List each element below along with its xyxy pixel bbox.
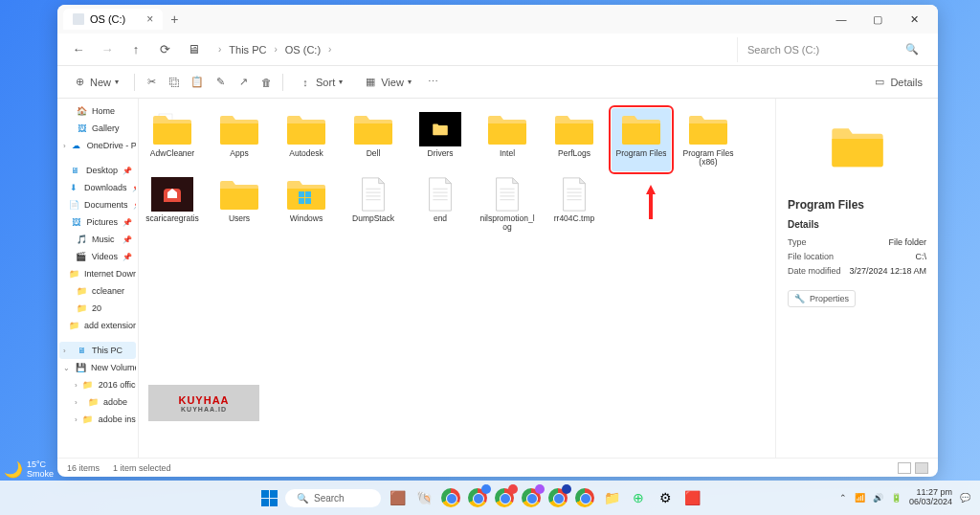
minimize-button[interactable]: — [823,5,859,34]
refresh-button[interactable]: ⟳ [153,38,176,61]
taskbar-search[interactable]: 🔍 Search [285,489,381,507]
taskbar-app-1[interactable]: 🟫 [387,487,408,508]
file-item[interactable]: end [411,173,470,236]
taskbar-whatsapp[interactable]: ⊕ [628,487,649,508]
paste-button[interactable]: 📋 [190,76,204,89]
taskbar-chrome-5[interactable] [547,487,568,508]
files-area[interactable]: AdwCleanerAppsAutodeskDellDriversIntelPe… [139,99,775,458]
file-item[interactable]: Program Files (x86) [679,108,738,171]
file-item[interactable]: rr404C.tmp [545,173,604,236]
file-item[interactable]: DumpStack [344,173,403,236]
clock[interactable]: 11:27 pm 06/03/2024 [909,488,952,507]
search-icon: 🔍 [905,43,919,56]
taskbar-chrome-6[interactable] [574,487,595,508]
file-item[interactable]: Autodesk [277,108,336,171]
badge-icon [562,484,571,494]
notification-icon[interactable]: 💬 [960,493,970,503]
file-item[interactable]: Program Files [612,108,671,171]
sidebar-icon: 📁 [68,268,79,280]
sidebar-item[interactable]: ›📁adobe [59,393,136,411]
crumb-drive[interactable]: OS (C:) [281,42,324,57]
sidebar-item[interactable]: ›📁2016 office [59,376,136,393]
file-item[interactable]: Windows [277,173,336,236]
file-item[interactable]: scaricaregratis [143,173,202,236]
sort-button[interactable]: ↕ Sort ▾ [293,72,348,93]
battery-icon[interactable]: 🔋 [891,493,902,503]
taskbar-chrome-2[interactable] [467,487,488,508]
layout-list-icon[interactable] [898,462,911,474]
sidebar-item[interactable]: 🖼Pictures📌 [59,213,136,231]
file-item[interactable]: Dell [344,108,403,171]
folder-icon [352,112,394,146]
wrench-icon: 🔧 [794,294,805,303]
sidebar-item[interactable]: 📁add extension [59,317,136,334]
tab-close-icon[interactable]: × [146,12,153,26]
details-row: TypeFile folder [788,237,926,247]
file-item[interactable]: Drivers [411,108,470,171]
sidebar-item[interactable]: 📁Internet Downlo [59,265,136,282]
sidebar-item[interactable]: ›📁adobe install [59,411,136,428]
delete-button[interactable]: 🗑 [259,76,273,89]
back-button[interactable]: ← [67,38,90,61]
taskbar-app-last[interactable]: 🟥 [681,487,702,508]
rename-button[interactable]: ✎ [213,76,227,89]
view-button[interactable]: ▦ View ▾ [358,72,417,93]
titlebar: OS (C:) × + — ▢ ✕ [57,5,938,34]
wifi-icon[interactable]: 📶 [855,493,865,503]
folder-icon [687,112,729,146]
sidebar-item[interactable]: 🖼Gallery [59,120,136,137]
maximize-button[interactable]: ▢ [859,5,896,34]
file-item[interactable]: Apps [210,108,269,171]
file-item[interactable]: nilspromotion_log [478,173,537,236]
sidebar-item[interactable]: 📁ccleaner [59,282,136,300]
sidebar-item[interactable]: 📄Documents📌 [59,196,136,213]
taskbar-settings[interactable]: ⚙ [655,487,676,508]
sidebar-item[interactable]: 🖥Desktop📌 [59,162,136,179]
sidebar-item[interactable]: ›🖥This PC [59,342,136,359]
file-item[interactable]: Users [210,173,269,236]
tab-active[interactable]: OS (C:) × [63,9,163,30]
file-item[interactable]: AdwCleaner [143,108,202,171]
copy-button[interactable]: ⿻ [167,76,181,89]
cut-button[interactable]: ✂ [145,76,158,89]
layout-grid-icon[interactable] [915,462,928,474]
sidebar-item[interactable]: 🏠Home [59,102,136,120]
crumb-this-pc[interactable]: This PC [225,42,270,57]
crumb-sep-icon: › [274,44,277,55]
sidebar-item[interactable]: ⌄💾New Volume (F:) [59,359,136,376]
new-tab-button[interactable]: + [163,8,186,31]
tray-chevron-icon[interactable]: ⌃ [839,493,847,503]
taskbar-app-2[interactable]: 🐚 [413,487,434,508]
sidebar-item[interactable]: 🎬Videos📌 [59,248,136,265]
new-button[interactable]: ⊕ New ▾ [67,72,124,93]
more-button[interactable]: ⋯ [427,76,440,89]
address-bar[interactable]: › This PC › OS (C:) › [211,42,731,57]
volume-icon[interactable]: 🔊 [873,493,883,503]
sidebar-item[interactable]: ⬇Downloads📌 [59,179,136,196]
sidebar-icon: 🏠 [76,105,87,117]
sidebar-icon: 💾 [75,362,86,373]
crumb-sep-icon: › [218,44,221,55]
forward-button[interactable]: → [96,38,119,61]
properties-button[interactable]: 🔧 Properties [788,290,856,307]
share-button[interactable]: ↗ [236,76,250,89]
sidebar-icon: 📁 [82,379,94,391]
taskbar-chrome-3[interactable] [494,487,515,508]
file-item[interactable]: PerfLogs [545,108,604,171]
close-button[interactable]: ✕ [896,5,932,34]
details-toggle[interactable]: ▭ Details [867,72,928,93]
up-button[interactable]: ↑ [124,38,147,61]
search-box[interactable]: Search OS (C:) 🔍 [737,37,928,62]
file-item[interactable]: Intel [478,108,537,171]
start-button[interactable] [258,487,279,508]
weather-widget[interactable]: 🌙 15°C Smoke [4,459,54,479]
taskbar-chrome-4[interactable] [521,487,542,508]
taskbar-chrome-1[interactable] [440,487,461,508]
file-name: rr404C.tmp [554,214,595,223]
sidebar-icon: ⬇ [68,182,79,193]
taskbar-explorer[interactable]: 📁 [601,487,622,508]
sidebar-label: OneDrive - Perso [87,141,136,150]
sidebar-item[interactable]: 🎵Music📌 [59,231,136,248]
sidebar-item[interactable]: 📁20 [59,300,136,317]
sidebar-item[interactable]: ›☁OneDrive - Perso [59,137,136,154]
